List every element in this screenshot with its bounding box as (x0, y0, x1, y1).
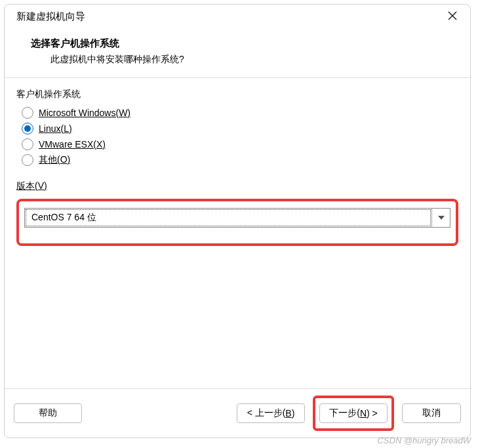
radio-icon (22, 123, 33, 134)
version-value: CentOS 7 64 位 (26, 209, 431, 226)
os-radio-group: Microsoft Windows(W) Linux(L) VMware ESX… (22, 107, 458, 166)
version-label: 版本(V) (16, 180, 458, 192)
footer-right: < 上一步(B) 下一步(N) > 取消 (237, 396, 461, 431)
chevron-down-icon[interactable] (431, 209, 450, 227)
radio-label: Linux(L) (39, 123, 72, 134)
radio-label: VMware ESX(X) (39, 139, 106, 150)
radio-icon (22, 154, 33, 166)
footer: 帮助 < 上一步(B) 下一步(N) > 取消 (5, 388, 470, 438)
next-highlight: 下一步(N) > (313, 396, 394, 431)
titlebar: 新建虚拟机向导 (5, 5, 470, 28)
close-icon[interactable] (443, 7, 462, 26)
wizard-dialog: 新建虚拟机向导 选择客户机操作系统 此虚拟机中将安装哪种操作系统? 客户机操作系… (4, 4, 471, 438)
radio-linux[interactable]: Linux(L) (22, 123, 458, 134)
cancel-button[interactable]: 取消 (402, 403, 461, 423)
radio-windows[interactable]: Microsoft Windows(W) (22, 107, 458, 119)
radio-other[interactable]: 其他(O) (22, 154, 458, 166)
content: 客户机操作系统 Microsoft Windows(W) Linux(L) VM… (5, 78, 470, 388)
window-title: 新建虚拟机向导 (16, 10, 85, 23)
radio-icon (22, 138, 33, 150)
help-button[interactable]: 帮助 (14, 403, 82, 423)
version-highlight: CentOS 7 64 位 (16, 199, 458, 246)
radio-esx[interactable]: VMware ESX(X) (22, 138, 458, 150)
header-title: 选择客户机操作系统 (31, 37, 458, 50)
radio-label: 其他(O) (39, 154, 70, 166)
header-subtitle: 此虚拟机中将安装哪种操作系统? (31, 54, 458, 66)
next-button[interactable]: 下一步(N) > (319, 403, 388, 423)
radio-icon (22, 107, 33, 119)
back-button[interactable]: < 上一步(B) (237, 403, 305, 423)
version-combobox[interactable]: CentOS 7 64 位 (24, 208, 450, 228)
header: 选择客户机操作系统 此虚拟机中将安装哪种操作系统? (5, 28, 470, 78)
os-group-label: 客户机操作系统 (16, 89, 458, 100)
radio-label: Microsoft Windows(W) (39, 108, 130, 118)
